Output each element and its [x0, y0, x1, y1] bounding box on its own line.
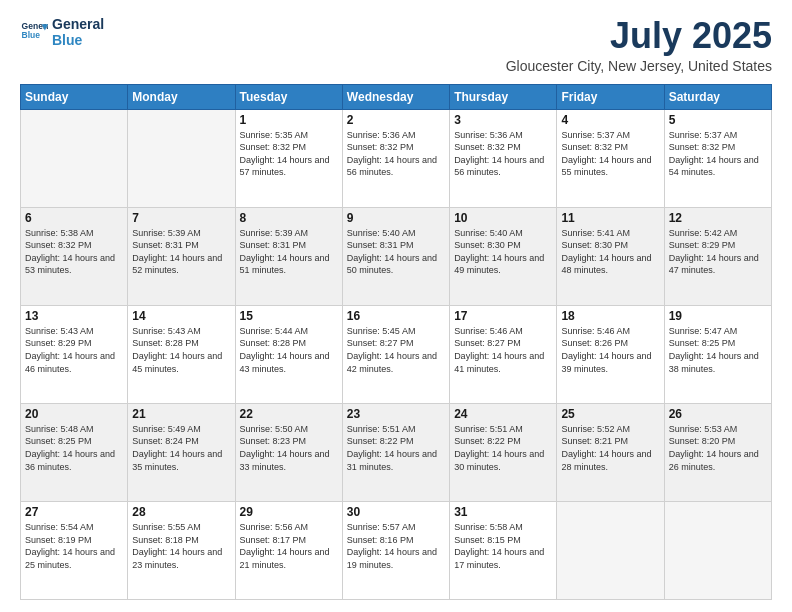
day-info: Sunrise: 5:41 AMSunset: 8:30 PMDaylight:…: [561, 227, 659, 277]
day-number: 5: [669, 113, 767, 127]
calendar-table: SundayMondayTuesdayWednesdayThursdayFrid…: [20, 84, 772, 600]
calendar-week-row: 27Sunrise: 5:54 AMSunset: 8:19 PMDayligh…: [21, 501, 772, 599]
calendar-header-row: SundayMondayTuesdayWednesdayThursdayFrid…: [21, 84, 772, 109]
weekday-header-wednesday: Wednesday: [342, 84, 449, 109]
day-info: Sunrise: 5:37 AMSunset: 8:32 PMDaylight:…: [669, 129, 767, 179]
day-number: 29: [240, 505, 338, 519]
day-info: Sunrise: 5:58 AMSunset: 8:15 PMDaylight:…: [454, 521, 552, 571]
calendar-day-cell: 22Sunrise: 5:50 AMSunset: 8:23 PMDayligh…: [235, 403, 342, 501]
day-number: 20: [25, 407, 123, 421]
logo-text-general: General: [52, 16, 104, 32]
logo-text-blue: Blue: [52, 32, 104, 48]
calendar-day-cell: 26Sunrise: 5:53 AMSunset: 8:20 PMDayligh…: [664, 403, 771, 501]
title-block: July 2025 Gloucester City, New Jersey, U…: [506, 16, 772, 74]
day-number: 30: [347, 505, 445, 519]
day-info: Sunrise: 5:48 AMSunset: 8:25 PMDaylight:…: [25, 423, 123, 473]
calendar-day-cell: 15Sunrise: 5:44 AMSunset: 8:28 PMDayligh…: [235, 305, 342, 403]
calendar-day-cell: 11Sunrise: 5:41 AMSunset: 8:30 PMDayligh…: [557, 207, 664, 305]
day-number: 12: [669, 211, 767, 225]
logo-icon: General Blue: [20, 18, 48, 46]
day-info: Sunrise: 5:36 AMSunset: 8:32 PMDaylight:…: [454, 129, 552, 179]
day-number: 16: [347, 309, 445, 323]
calendar-day-cell: [128, 109, 235, 207]
calendar-day-cell: 17Sunrise: 5:46 AMSunset: 8:27 PMDayligh…: [450, 305, 557, 403]
logo: General Blue General Blue: [20, 16, 104, 48]
day-info: Sunrise: 5:47 AMSunset: 8:25 PMDaylight:…: [669, 325, 767, 375]
day-info: Sunrise: 5:37 AMSunset: 8:32 PMDaylight:…: [561, 129, 659, 179]
day-info: Sunrise: 5:38 AMSunset: 8:32 PMDaylight:…: [25, 227, 123, 277]
calendar-day-cell: 16Sunrise: 5:45 AMSunset: 8:27 PMDayligh…: [342, 305, 449, 403]
day-number: 6: [25, 211, 123, 225]
svg-text:Blue: Blue: [22, 30, 41, 40]
day-number: 10: [454, 211, 552, 225]
day-info: Sunrise: 5:43 AMSunset: 8:28 PMDaylight:…: [132, 325, 230, 375]
day-info: Sunrise: 5:50 AMSunset: 8:23 PMDaylight:…: [240, 423, 338, 473]
calendar-day-cell: 4Sunrise: 5:37 AMSunset: 8:32 PMDaylight…: [557, 109, 664, 207]
subtitle: Gloucester City, New Jersey, United Stat…: [506, 58, 772, 74]
calendar-week-row: 6Sunrise: 5:38 AMSunset: 8:32 PMDaylight…: [21, 207, 772, 305]
day-info: Sunrise: 5:49 AMSunset: 8:24 PMDaylight:…: [132, 423, 230, 473]
day-info: Sunrise: 5:35 AMSunset: 8:32 PMDaylight:…: [240, 129, 338, 179]
day-info: Sunrise: 5:56 AMSunset: 8:17 PMDaylight:…: [240, 521, 338, 571]
weekday-header-saturday: Saturday: [664, 84, 771, 109]
day-number: 1: [240, 113, 338, 127]
day-number: 17: [454, 309, 552, 323]
calendar-day-cell: [557, 501, 664, 599]
day-info: Sunrise: 5:52 AMSunset: 8:21 PMDaylight:…: [561, 423, 659, 473]
weekday-header-tuesday: Tuesday: [235, 84, 342, 109]
day-info: Sunrise: 5:40 AMSunset: 8:31 PMDaylight:…: [347, 227, 445, 277]
calendar-day-cell: 8Sunrise: 5:39 AMSunset: 8:31 PMDaylight…: [235, 207, 342, 305]
day-number: 11: [561, 211, 659, 225]
day-number: 8: [240, 211, 338, 225]
calendar-day-cell: 5Sunrise: 5:37 AMSunset: 8:32 PMDaylight…: [664, 109, 771, 207]
calendar-day-cell: 1Sunrise: 5:35 AMSunset: 8:32 PMDaylight…: [235, 109, 342, 207]
day-info: Sunrise: 5:54 AMSunset: 8:19 PMDaylight:…: [25, 521, 123, 571]
calendar-day-cell: 28Sunrise: 5:55 AMSunset: 8:18 PMDayligh…: [128, 501, 235, 599]
calendar-day-cell: [664, 501, 771, 599]
calendar-day-cell: 29Sunrise: 5:56 AMSunset: 8:17 PMDayligh…: [235, 501, 342, 599]
day-info: Sunrise: 5:57 AMSunset: 8:16 PMDaylight:…: [347, 521, 445, 571]
weekday-header-monday: Monday: [128, 84, 235, 109]
calendar-week-row: 20Sunrise: 5:48 AMSunset: 8:25 PMDayligh…: [21, 403, 772, 501]
calendar-day-cell: 6Sunrise: 5:38 AMSunset: 8:32 PMDaylight…: [21, 207, 128, 305]
page: General Blue General Blue July 2025 Glou…: [0, 0, 792, 612]
calendar-day-cell: 21Sunrise: 5:49 AMSunset: 8:24 PMDayligh…: [128, 403, 235, 501]
header: General Blue General Blue July 2025 Glou…: [20, 16, 772, 74]
day-info: Sunrise: 5:51 AMSunset: 8:22 PMDaylight:…: [347, 423, 445, 473]
day-number: 9: [347, 211, 445, 225]
day-number: 23: [347, 407, 445, 421]
day-number: 4: [561, 113, 659, 127]
day-number: 25: [561, 407, 659, 421]
calendar-day-cell: 24Sunrise: 5:51 AMSunset: 8:22 PMDayligh…: [450, 403, 557, 501]
day-info: Sunrise: 5:46 AMSunset: 8:27 PMDaylight:…: [454, 325, 552, 375]
day-number: 2: [347, 113, 445, 127]
calendar-day-cell: 14Sunrise: 5:43 AMSunset: 8:28 PMDayligh…: [128, 305, 235, 403]
main-title: July 2025: [506, 16, 772, 56]
day-number: 31: [454, 505, 552, 519]
calendar-week-row: 13Sunrise: 5:43 AMSunset: 8:29 PMDayligh…: [21, 305, 772, 403]
calendar-day-cell: 10Sunrise: 5:40 AMSunset: 8:30 PMDayligh…: [450, 207, 557, 305]
calendar-day-cell: 7Sunrise: 5:39 AMSunset: 8:31 PMDaylight…: [128, 207, 235, 305]
day-info: Sunrise: 5:39 AMSunset: 8:31 PMDaylight:…: [132, 227, 230, 277]
day-info: Sunrise: 5:45 AMSunset: 8:27 PMDaylight:…: [347, 325, 445, 375]
day-info: Sunrise: 5:36 AMSunset: 8:32 PMDaylight:…: [347, 129, 445, 179]
calendar-day-cell: 27Sunrise: 5:54 AMSunset: 8:19 PMDayligh…: [21, 501, 128, 599]
calendar-day-cell: 2Sunrise: 5:36 AMSunset: 8:32 PMDaylight…: [342, 109, 449, 207]
calendar-day-cell: 20Sunrise: 5:48 AMSunset: 8:25 PMDayligh…: [21, 403, 128, 501]
calendar-day-cell: [21, 109, 128, 207]
day-info: Sunrise: 5:42 AMSunset: 8:29 PMDaylight:…: [669, 227, 767, 277]
day-number: 21: [132, 407, 230, 421]
day-number: 24: [454, 407, 552, 421]
day-number: 14: [132, 309, 230, 323]
day-number: 18: [561, 309, 659, 323]
calendar-day-cell: 23Sunrise: 5:51 AMSunset: 8:22 PMDayligh…: [342, 403, 449, 501]
day-info: Sunrise: 5:51 AMSunset: 8:22 PMDaylight:…: [454, 423, 552, 473]
calendar-day-cell: 30Sunrise: 5:57 AMSunset: 8:16 PMDayligh…: [342, 501, 449, 599]
day-info: Sunrise: 5:53 AMSunset: 8:20 PMDaylight:…: [669, 423, 767, 473]
calendar-day-cell: 19Sunrise: 5:47 AMSunset: 8:25 PMDayligh…: [664, 305, 771, 403]
day-number: 15: [240, 309, 338, 323]
day-info: Sunrise: 5:46 AMSunset: 8:26 PMDaylight:…: [561, 325, 659, 375]
day-number: 7: [132, 211, 230, 225]
day-number: 13: [25, 309, 123, 323]
day-number: 28: [132, 505, 230, 519]
